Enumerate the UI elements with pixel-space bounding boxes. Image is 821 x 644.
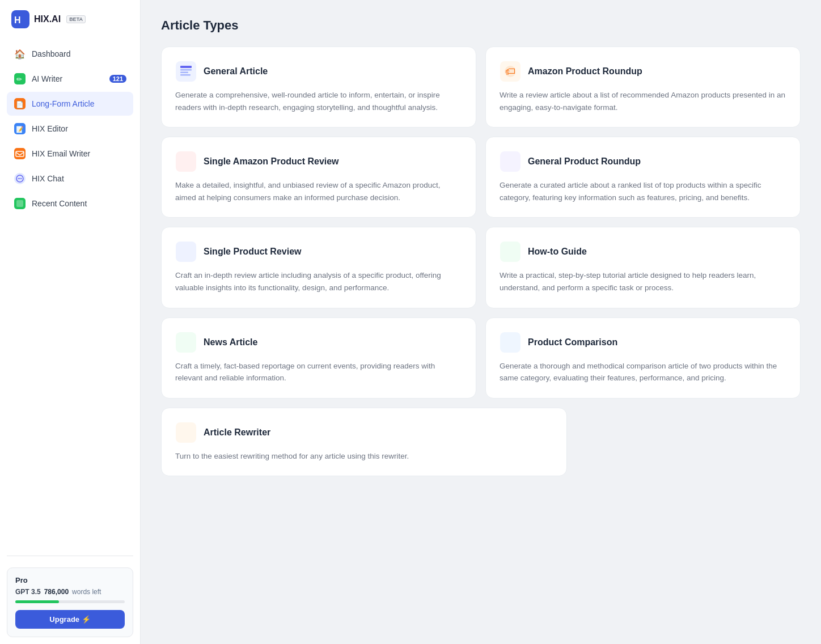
card-product-comparison[interactable]: 🆚 Product Comparison Generate a thorough… (485, 317, 801, 399)
words-label: words left (72, 588, 101, 596)
card-title: News Article (204, 337, 257, 348)
page-title: Article Types (161, 18, 801, 33)
gpt-label: GPT 3.5 (15, 588, 41, 596)
long-form-article-icon: 📄 (14, 98, 26, 110)
svg-rect-17 (176, 61, 196, 82)
sidebar-item-ai-writer[interactable]: ✏ AI Writer 121 (7, 67, 133, 91)
hix-logo-icon: H (11, 10, 29, 28)
card-desc: Generate a curated article about a ranke… (500, 179, 786, 204)
cards-row-2: 🛒 Single Amazon Product Review Make a de… (161, 137, 801, 218)
progress-bar-bg (15, 600, 125, 603)
card-header: 🏷 Amazon Product Roundup (500, 61, 786, 82)
sidebar-item-hix-editor[interactable]: 📝 HIX Editor (7, 117, 133, 141)
svg-rect-16 (16, 200, 23, 207)
general-article-icon (175, 61, 197, 82)
pro-box: Pro GPT 3.5 786,000 words left Upgrade ⚡ (7, 567, 133, 637)
recent-content-icon (14, 197, 26, 210)
card-header: 🔄 Article Rewriter (175, 422, 553, 443)
svg-rect-18 (180, 66, 192, 68)
sidebar-item-label: Dashboard (32, 49, 71, 58)
card-header: General Article (175, 61, 462, 82)
svg-rect-25 (176, 151, 196, 172)
sidebar-item-recent-content[interactable]: Recent Content (7, 192, 133, 215)
svg-rect-21 (180, 74, 191, 76)
sidebar-item-hix-email-writer[interactable]: HIX Email Writer (7, 142, 133, 166)
dashboard-icon: 🏠 (14, 48, 26, 60)
card-desc: Generate a thorough and methodical compa… (500, 360, 786, 384)
card-title: Amazon Product Roundup (528, 66, 642, 77)
card-desc: Craft an in-depth review article includi… (175, 269, 462, 294)
card-header: 📰 News Article (175, 332, 462, 353)
svg-rect-29 (176, 242, 196, 262)
progress-bar-fill (15, 600, 59, 603)
beta-badge: BETA (66, 15, 86, 23)
logo-area: H HIX.AI BETA (0, 0, 140, 37)
card-single-product-review[interactable]: 📦 Single Product Review Craft an in-dept… (161, 227, 476, 308)
card-general-product-roundup[interactable]: 🎁 General Product Roundup Generate a cur… (485, 137, 801, 218)
card-general-article[interactable]: General Article Generate a comprehensive… (161, 46, 476, 128)
cards-row-3: 📦 Single Product Review Craft an in-dept… (161, 227, 801, 308)
single-product-review-icon: 📦 (175, 241, 197, 262)
card-header: 🆚 Product Comparison (500, 332, 786, 353)
card-header: 📦 Single Product Review (175, 241, 462, 262)
cards-row-5: 🔄 Article Rewriter Turn to the easiest r… (161, 408, 801, 477)
svg-point-14 (21, 178, 22, 179)
card-news-article[interactable]: 📰 News Article Craft a timely, fact-base… (161, 317, 476, 399)
card-single-amazon-product-review[interactable]: 🛒 Single Amazon Product Review Make a de… (161, 137, 476, 218)
svg-point-12 (18, 178, 19, 179)
card-how-to-guide[interactable]: 📚 How-to Guide Write a practical, step-b… (485, 227, 801, 308)
svg-rect-19 (180, 69, 192, 71)
single-amazon-product-review-icon: 🛒 (175, 151, 197, 172)
svg-text:📄: 📄 (16, 100, 24, 108)
pro-label: Pro (15, 576, 125, 584)
main-content: Article Types General Article Generate a… (141, 0, 821, 644)
svg-text:H: H (14, 15, 21, 25)
sidebar-bottom: Pro GPT 3.5 786,000 words left Upgrade ⚡ (0, 561, 140, 644)
sidebar-item-label: HIX Email Writer (32, 149, 90, 158)
card-amazon-product-roundup[interactable]: 🏷 Amazon Product Roundup Write a review … (485, 46, 801, 128)
card-title: Single Product Review (204, 247, 301, 257)
article-rewriter-icon: 🔄 (175, 422, 197, 443)
card-desc: Make a detailed, insightful, and unbiase… (175, 179, 462, 204)
general-product-roundup-icon: 🎁 (500, 151, 521, 172)
svg-text:✏: ✏ (16, 75, 22, 83)
ai-writer-badge: 121 (109, 75, 126, 83)
gpt-row: GPT 3.5 786,000 words left (15, 588, 125, 596)
sidebar-item-label: Long-Form Article (32, 99, 94, 108)
card-desc: Write a practical, step-by-step tutorial… (500, 269, 786, 294)
words-left: 786,000 (44, 588, 69, 596)
card-desc: Write a review article about a list of r… (500, 89, 786, 113)
svg-rect-37 (176, 422, 196, 443)
svg-rect-27 (500, 151, 520, 172)
card-title: General Article (204, 66, 268, 77)
svg-point-13 (19, 178, 20, 179)
how-to-guide-icon: 📚 (500, 241, 521, 262)
sidebar-nav: 🏠 Dashboard ✏ AI Writer 121 📄 Long-For (0, 37, 140, 551)
hix-email-writer-icon (14, 147, 26, 160)
svg-rect-31 (500, 242, 520, 262)
product-comparison-icon: 🆚 (500, 332, 521, 353)
sidebar-item-label: AI Writer (32, 74, 62, 83)
upgrade-button[interactable]: Upgrade ⚡ (15, 610, 125, 629)
card-header: 🛒 Single Amazon Product Review (175, 151, 462, 172)
card-title: Single Amazon Product Review (204, 156, 339, 167)
sidebar-item-hix-chat[interactable]: HIX Chat (7, 167, 133, 190)
hix-editor-icon: 📝 (14, 122, 26, 135)
sidebar-item-label: Recent Content (32, 199, 87, 208)
card-desc: Generate a comprehensive, well-rounded a… (175, 89, 462, 113)
sidebar-item-long-form-article[interactable]: 📄 Long-Form Article (7, 92, 133, 116)
card-title: Product Comparison (528, 337, 617, 348)
hix-chat-icon (14, 172, 26, 185)
svg-text:📝: 📝 (16, 125, 24, 133)
news-article-icon: 📰 (175, 332, 197, 353)
sidebar-item-label: HIX Editor (32, 124, 68, 133)
ai-writer-icon: ✏ (14, 73, 26, 85)
card-desc: Turn to the easiest rewriting method for… (175, 450, 553, 463)
sidebar-item-label: HIX Chat (32, 174, 64, 183)
card-header: 🎁 General Product Roundup (500, 151, 786, 172)
cards-row-4: 📰 News Article Craft a timely, fact-base… (161, 317, 801, 399)
sidebar: H HIX.AI BETA 🏠 Dashboard ✏ AI Writer 12… (0, 0, 141, 644)
card-article-rewriter[interactable]: 🔄 Article Rewriter Turn to the easiest r… (161, 408, 567, 477)
sidebar-item-dashboard[interactable]: 🏠 Dashboard (7, 42, 133, 66)
svg-rect-33 (176, 332, 196, 353)
